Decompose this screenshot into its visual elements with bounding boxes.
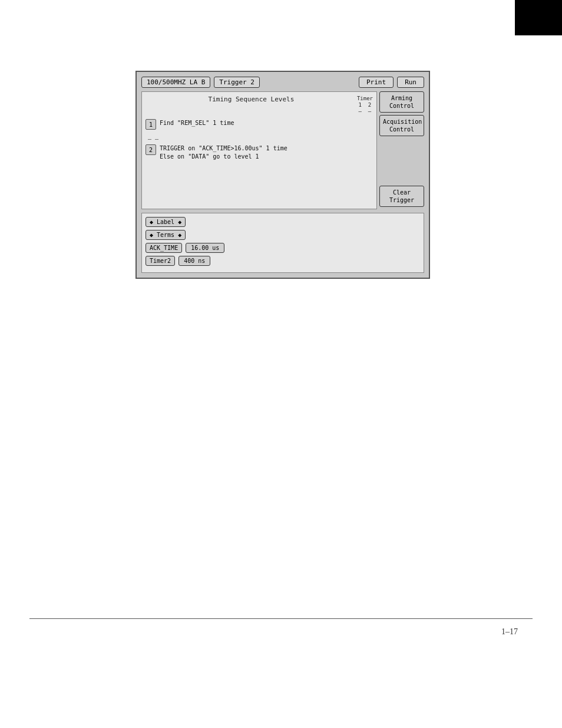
- sequence-title: Timing Sequence Levels: [146, 95, 357, 103]
- ack-time-value-button[interactable]: 16.00 us: [186, 243, 224, 253]
- step-row-2: 2 TRIGGER on "ACK_TIME>16.00us" 1 timeEl…: [146, 144, 373, 161]
- timer-label: Timer 1 2 — —: [357, 95, 373, 114]
- device-button[interactable]: 100/500MHZ LA B: [141, 77, 210, 88]
- timer-dashes-1: — —: [148, 136, 373, 142]
- ack-time-row: ACK_TIME 16.00 us: [146, 243, 420, 253]
- top-bar: 100/500MHZ LA B Trigger 2 Print Run: [141, 77, 424, 88]
- acquisition-control-button[interactable]: AcquisitionControl: [379, 115, 424, 136]
- step-text-1: Find "REM_SEL" 1 time: [160, 119, 234, 127]
- run-button[interactable]: Run: [397, 77, 424, 88]
- terms-nav-button[interactable]: ◆ Terms ◆: [146, 230, 186, 240]
- step-number-1: 1: [146, 119, 156, 130]
- step-text-2: TRIGGER on "ACK_TIME>16.00us" 1 timeElse…: [160, 144, 287, 161]
- timer2-row: Timer2 400 ns: [146, 256, 420, 266]
- sequence-panel: Timing Sequence Levels Timer 1 2 — — 1 F…: [141, 91, 377, 209]
- trigger-button[interactable]: Trigger 2: [214, 77, 260, 88]
- black-tab-decoration: [515, 0, 562, 35]
- right-button-panel: ArmingControl AcquisitionControl ClearTr…: [377, 91, 424, 209]
- page-number: 1–17: [501, 627, 518, 637]
- label-nav-button[interactable]: ◆ Label ◆: [146, 217, 186, 227]
- clear-trigger-button[interactable]: ClearTrigger: [379, 186, 424, 207]
- arming-control-button[interactable]: ArmingControl: [379, 91, 424, 113]
- label-row: ◆ Label ◆: [146, 217, 420, 227]
- bottom-divider: [29, 618, 533, 619]
- terms-row: ◆ Terms ◆: [146, 230, 420, 240]
- instrument-panel: 100/500MHZ LA B Trigger 2 Print Run Timi…: [135, 71, 430, 279]
- timer2-button[interactable]: Timer2: [146, 256, 175, 266]
- timer2-value-button[interactable]: 400 ns: [178, 256, 210, 266]
- bottom-section: ◆ Label ◆ ◆ Terms ◆ ACK_TIME 16.00 us Ti…: [141, 213, 424, 273]
- ack-time-button[interactable]: ACK_TIME: [146, 243, 182, 253]
- step-row-1: 1 Find "REM_SEL" 1 time: [146, 119, 373, 130]
- step-number-2: 2: [146, 144, 156, 155]
- print-button[interactable]: Print: [359, 77, 394, 88]
- content-area: Timing Sequence Levels Timer 1 2 — — 1 F…: [141, 91, 424, 209]
- title-row: Timing Sequence Levels Timer 1 2 — —: [146, 95, 373, 114]
